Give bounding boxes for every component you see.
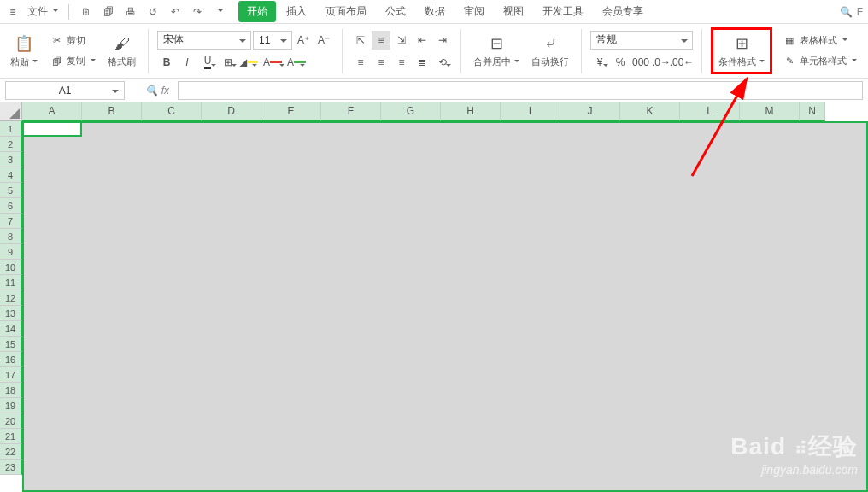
- search-icon[interactable]: 🔍: [838, 3, 855, 20]
- column-header[interactable]: J: [560, 102, 620, 121]
- tab-insert[interactable]: 插入: [278, 1, 315, 22]
- align-left-button[interactable]: ≡: [351, 53, 370, 72]
- qa-more-icon[interactable]: [211, 3, 228, 20]
- row-header[interactable]: 18: [0, 383, 22, 398]
- column-header[interactable]: D: [202, 102, 261, 121]
- align-right-button[interactable]: ≡: [392, 53, 411, 72]
- decrease-font-button[interactable]: A⁻: [314, 31, 333, 50]
- tab-review[interactable]: 审阅: [455, 1, 493, 22]
- tab-page-layout[interactable]: 页面布局: [317, 1, 375, 22]
- row-header[interactable]: 4: [0, 167, 22, 183]
- row-header[interactable]: 19: [0, 398, 22, 413]
- justify-button[interactable]: ≣: [413, 53, 431, 72]
- comma-button[interactable]: 000: [631, 53, 650, 72]
- table-icon: ▦: [783, 34, 796, 48]
- italic-button[interactable]: I: [178, 53, 196, 72]
- tab-developer[interactable]: 开发工具: [534, 1, 592, 22]
- decrease-decimal-button[interactable]: .00←: [672, 53, 691, 72]
- formula-input[interactable]: [178, 81, 863, 100]
- qa-redo-icon[interactable]: ↷: [189, 3, 206, 20]
- tab-start[interactable]: 开始: [238, 1, 276, 22]
- row-header[interactable]: 11: [0, 275, 22, 290]
- row-header[interactable]: 22: [0, 444, 22, 460]
- font-name-select[interactable]: 宋体: [157, 31, 251, 50]
- column-header[interactable]: M: [740, 102, 800, 121]
- increase-indent-button[interactable]: ⇥: [433, 31, 452, 50]
- row-header[interactable]: 23: [0, 460, 22, 475]
- increase-decimal-button[interactable]: .0→: [652, 53, 671, 72]
- row-header[interactable]: 2: [0, 137, 22, 152]
- row-header[interactable]: 12: [0, 290, 22, 306]
- copy-button[interactable]: 🗐复制: [46, 53, 99, 70]
- column-header[interactable]: H: [441, 102, 501, 121]
- row-header[interactable]: 17: [0, 367, 22, 383]
- row-header[interactable]: 8: [0, 229, 22, 244]
- row-header[interactable]: 13: [0, 306, 22, 321]
- name-box[interactable]: A1: [5, 81, 125, 100]
- column-header[interactable]: E: [261, 102, 321, 121]
- row-header[interactable]: 9: [0, 244, 22, 260]
- qa-undo-icon[interactable]: ↶: [167, 3, 184, 20]
- border-button[interactable]: ⊞: [219, 53, 238, 72]
- bold-button[interactable]: B: [157, 53, 176, 72]
- column-header[interactable]: L: [680, 102, 740, 121]
- column-header[interactable]: B: [82, 102, 142, 121]
- row-header[interactable]: 16: [0, 352, 22, 367]
- merge-center-button[interactable]: ⊟ 合并居中: [470, 32, 523, 70]
- orientation-button[interactable]: ⟲: [433, 53, 452, 72]
- wrap-text-button[interactable]: ⤶ 自动换行: [528, 32, 572, 70]
- row-header[interactable]: 5: [0, 183, 22, 198]
- highlight-button[interactable]: A: [287, 53, 306, 72]
- cell-style-button[interactable]: ✎单元格样式: [779, 53, 860, 70]
- tab-view[interactable]: 视图: [495, 1, 532, 22]
- fill-color-button[interactable]: ◢: [239, 53, 258, 72]
- row-header[interactable]: 20: [0, 413, 22, 429]
- qa-save-icon[interactable]: 🗎: [78, 3, 95, 20]
- column-header[interactable]: F: [321, 102, 381, 121]
- menu-file[interactable]: 文件: [22, 4, 63, 19]
- number-format-select[interactable]: 常规: [590, 31, 693, 50]
- align-middle-button[interactable]: ≡: [372, 31, 390, 50]
- tab-member[interactable]: 会员专享: [594, 1, 652, 22]
- qa-print-icon[interactable]: 🖶: [122, 3, 139, 20]
- select-all-corner[interactable]: [0, 102, 22, 121]
- font-color-button[interactable]: A: [260, 53, 285, 72]
- row-header[interactable]: 7: [0, 214, 22, 229]
- format-painter-button[interactable]: 🖌 格式刷: [104, 32, 139, 70]
- percent-button[interactable]: %: [611, 53, 630, 72]
- font-size-select[interactable]: 11: [253, 31, 292, 50]
- align-bottom-button[interactable]: ⇲: [392, 31, 411, 50]
- qa-preview-icon[interactable]: ↺: [144, 3, 161, 20]
- currency-button[interactable]: ¥: [590, 53, 609, 72]
- row-header[interactable]: 1: [0, 121, 22, 137]
- align-center-button[interactable]: ≡: [372, 53, 390, 72]
- column-header[interactable]: A: [22, 102, 82, 121]
- column-header[interactable]: K: [620, 102, 680, 121]
- column-header[interactable]: C: [142, 102, 202, 121]
- table-style-button[interactable]: ▦表格样式: [779, 32, 860, 50]
- active-cell[interactable]: [22, 121, 82, 137]
- cut-button[interactable]: ✂剪切: [46, 32, 99, 50]
- menu-hamburger-icon[interactable]: ≡: [5, 4, 21, 20]
- decrease-indent-button[interactable]: ⇤: [413, 31, 431, 50]
- qa-saveas-icon[interactable]: 🗐: [100, 3, 117, 20]
- row-header[interactable]: 21: [0, 429, 22, 444]
- paste-button[interactable]: 📋 粘贴: [7, 32, 41, 70]
- conditional-format-button[interactable]: ⊞ 条件格式: [715, 32, 768, 70]
- ribbon: 📋 粘贴 ✂剪切 🗐复制 🖌 格式刷 宋体 11 A⁺ A⁻ B I U ⊞: [0, 24, 868, 79]
- row-header[interactable]: 10: [0, 260, 22, 275]
- tab-data[interactable]: 数据: [416, 1, 454, 22]
- align-top-button[interactable]: ⇱: [351, 31, 370, 50]
- tab-formula[interactable]: 公式: [377, 1, 414, 22]
- column-header[interactable]: I: [501, 102, 560, 121]
- row-header[interactable]: 6: [0, 198, 22, 214]
- fx-label[interactable]: 🔍 fx: [130, 85, 173, 97]
- column-header[interactable]: N: [800, 102, 825, 121]
- row-header[interactable]: 14: [0, 321, 22, 337]
- row-header[interactable]: 15: [0, 337, 22, 352]
- column-header[interactable]: G: [381, 102, 441, 121]
- ribbon-merge: ⊟ 合并居中 ⤶ 自动换行: [470, 32, 572, 70]
- increase-font-button[interactable]: A⁺: [294, 31, 313, 50]
- underline-button[interactable]: U: [198, 53, 217, 72]
- row-header[interactable]: 3: [0, 152, 22, 167]
